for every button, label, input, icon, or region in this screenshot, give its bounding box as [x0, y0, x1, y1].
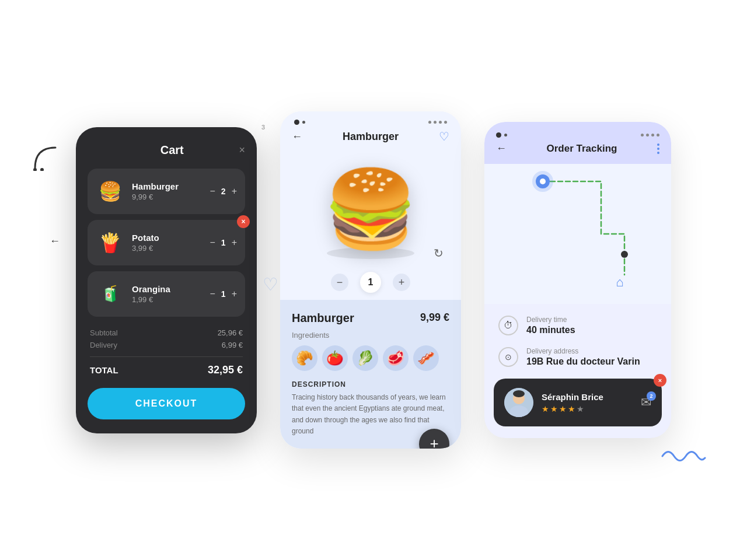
delivery-time-label: Delivery time	[526, 316, 575, 324]
item-image-hamburger: 🍔	[96, 177, 125, 206]
delivery-label: Delivery	[90, 341, 117, 349]
delivery-address-label: Delivery address	[526, 347, 640, 355]
qty-increase-btn[interactable]: +	[232, 186, 237, 197]
svg-point-0	[33, 168, 37, 171]
delivery-value: 6,99 €	[222, 341, 243, 349]
driver-name: Séraphin Brice	[542, 392, 633, 402]
back-arrow-deco: ←	[50, 235, 60, 247]
checkout-button[interactable]: CHECKOUT	[88, 388, 245, 419]
info-item-name: Hamburger	[292, 312, 354, 325]
tracking-phone: ← Order Tracking	[484, 122, 671, 438]
burger-image: 🍔	[323, 165, 418, 254]
qty-decrease-btn[interactable]: −	[210, 237, 215, 248]
wave-decoration	[659, 447, 706, 467]
delivery-address-value: 19B Rue du docteur Varin	[526, 356, 640, 367]
qty-plus-button[interactable]: +	[393, 274, 410, 291]
tracking-info: ⏱ Delivery time 40 minutes ⊙ Delivery ad…	[484, 304, 671, 379]
burger-image-area: 🍔 ↻	[280, 148, 461, 265]
tracking-topbar: ← Order Tracking	[484, 122, 671, 164]
item-name: Potato	[132, 233, 203, 243]
detail-header: ← Hamburger ♡	[280, 125, 461, 148]
ingredient-lettuce: 🥬	[352, 345, 378, 371]
star-3: ★	[559, 404, 567, 414]
svg-point-11	[513, 390, 525, 397]
desc-text: Tracing history back thousands of years,…	[292, 392, 449, 437]
svg-text:⌂: ⌂	[616, 275, 623, 289]
svg-point-7	[621, 251, 628, 258]
svg-point-1	[40, 168, 44, 171]
cart-item: 🍔 Hamburger 9,99 € − 2 +	[88, 169, 245, 214]
cart-title: Cart	[160, 144, 184, 157]
item-price: 1,99 €	[132, 295, 203, 304]
driver-rating: ★ ★ ★ ★ ★	[542, 404, 633, 414]
desc-label: DESCRIPTION	[292, 380, 449, 388]
svg-point-5	[540, 178, 546, 184]
ingredient-patty: 🥩	[383, 345, 409, 371]
qty-value: 1	[221, 289, 226, 299]
star-5-half: ★	[577, 404, 584, 414]
tracking-title: Order Tracking	[507, 143, 657, 155]
ingredients-row: 🥐 🍅 🥬 🥩 🥓	[292, 345, 449, 371]
message-count: 2	[647, 391, 656, 401]
driver-avatar	[504, 388, 533, 417]
tracking-back-button[interactable]: ←	[496, 142, 507, 155]
cart-item: 🧃 Orangina 1,99 € − 1 +	[88, 271, 245, 317]
back-button[interactable]: ←	[292, 131, 302, 143]
qty-decrease-btn[interactable]: −	[210, 289, 215, 299]
delivery-time-value: 40 minutes	[526, 325, 575, 335]
item-image-orangina: 🧃	[96, 279, 125, 309]
tracking-phone-wrapper: ← Order Tracking	[484, 122, 671, 438]
ingredients-label: Ingredients	[292, 331, 449, 340]
info-item-price: 9,99 €	[420, 312, 449, 324]
item-name: Orangina	[132, 284, 203, 294]
ingredient-tomato: 🍅	[322, 345, 348, 371]
star-4: ★	[568, 404, 575, 414]
driver-card: Séraphin Brice ★ ★ ★ ★ ★ ✉ 2 ×	[494, 379, 662, 426]
subtotal-label: Subtotal	[90, 328, 118, 337]
ingredient-bacon: 🥓	[413, 345, 439, 371]
qty-value: 1	[221, 238, 226, 247]
heart-deco: ♡	[263, 274, 278, 295]
qty-decrease-btn[interactable]: −	[210, 186, 215, 197]
cart-badge: 3	[261, 124, 265, 131]
detail-phone: ← Hamburger ♡ 🍔 ↻ − 1 + Hamburger 9,99	[280, 111, 461, 449]
delivery-address-icon: ⊙	[498, 347, 518, 367]
item-price: 3,99 €	[132, 244, 203, 253]
info-card: Hamburger 9,99 € Ingredients 🥐 🍅 🥬 🥩 🥓 D…	[280, 300, 461, 449]
star-2: ★	[550, 404, 558, 414]
qty-increase-btn[interactable]: +	[232, 237, 237, 248]
remove-item-button[interactable]: ×	[237, 215, 250, 228]
ingredient-bun: 🥐	[292, 345, 317, 371]
favorite-button[interactable]: ♡	[439, 130, 449, 144]
subtotal-value: 25,96 €	[218, 328, 243, 337]
map-area: ⌂	[484, 164, 671, 304]
qty-increase-btn[interactable]: +	[232, 289, 237, 299]
svg-rect-2	[484, 164, 671, 304]
close-button[interactable]: ×	[239, 144, 245, 156]
qty-display: 1	[360, 272, 381, 293]
driver-info: Séraphin Brice ★ ★ ★ ★ ★	[542, 392, 633, 414]
detail-item-title: Hamburger	[343, 131, 399, 143]
quantity-control: − 1 +	[280, 265, 461, 300]
more-options-button[interactable]	[657, 144, 659, 154]
qty-minus-button[interactable]: −	[331, 274, 348, 291]
message-button[interactable]: ✉ 2	[641, 395, 651, 410]
driver-card-close[interactable]: ×	[654, 374, 666, 387]
total-value: 32,95 €	[208, 364, 243, 376]
star-1: ★	[542, 404, 549, 414]
cart-phone: Cart 3 × 🍔 Hamburger 9,99 € − 2 +	[76, 127, 257, 433]
total-label: TOTAL	[90, 365, 118, 375]
cart-item: 🍟 Potato 3,99 € − 1 + ×	[88, 220, 245, 265]
item-image-potato: 🍟	[96, 228, 125, 257]
qty-value: 2	[221, 187, 226, 196]
cart-totals: Subtotal 25,96 € Delivery 6,99 € TOTAL 3…	[88, 328, 245, 376]
delivery-time-icon: ⏱	[498, 316, 518, 335]
item-price: 9,99 €	[132, 192, 203, 201]
rotate-icon[interactable]: ↻	[434, 246, 444, 260]
item-name: Hamburger	[132, 181, 203, 191]
